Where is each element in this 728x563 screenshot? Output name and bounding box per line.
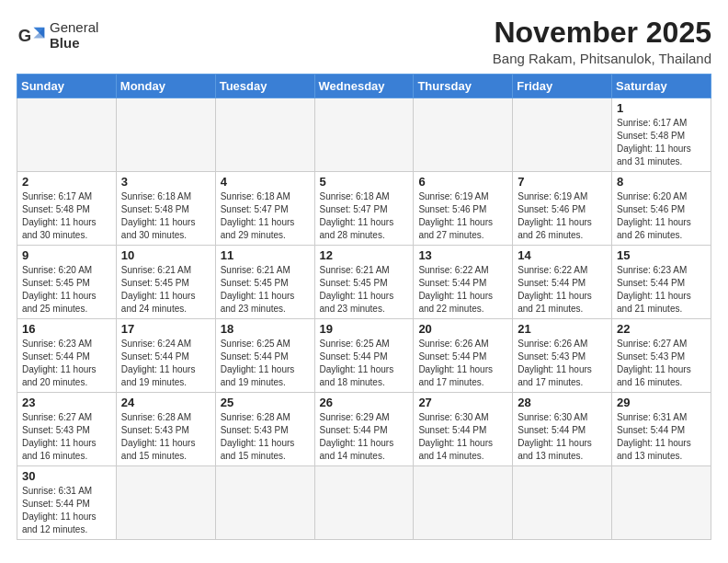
calendar-day-cell: 3Sunrise: 6:18 AM Sunset: 5:48 PM Daylig… [116, 172, 215, 246]
logo-text: GeneralBlue [50, 20, 98, 51]
calendar-day-cell: 27Sunrise: 6:30 AM Sunset: 5:44 PM Dayli… [414, 393, 513, 466]
calendar-day-cell: 30Sunrise: 6:31 AM Sunset: 5:44 PM Dayli… [17, 466, 117, 540]
day-info: Sunrise: 6:23 AM Sunset: 5:44 PM Dayligh… [22, 338, 111, 389]
header: G GeneralBlue November 2025 Bang Rakam, … [17, 17, 711, 66]
header-friday: Friday [513, 75, 612, 98]
calendar-day-cell [116, 466, 215, 540]
header-monday: Monday [116, 75, 215, 98]
day-info: Sunrise: 6:27 AM Sunset: 5:43 PM Dayligh… [617, 338, 706, 389]
calendar-day-cell: 21Sunrise: 6:26 AM Sunset: 5:43 PM Dayli… [513, 319, 612, 393]
calendar-day-cell: 18Sunrise: 6:25 AM Sunset: 5:44 PM Dayli… [215, 319, 314, 393]
day-info: Sunrise: 6:26 AM Sunset: 5:44 PM Dayligh… [418, 338, 507, 389]
calendar-day-cell: 5Sunrise: 6:18 AM Sunset: 5:47 PM Daylig… [314, 172, 414, 246]
day-number: 4 [221, 175, 310, 189]
calendar-day-cell [612, 466, 711, 540]
svg-text:G: G [18, 25, 31, 44]
day-info: Sunrise: 6:21 AM Sunset: 5:45 PM Dayligh… [320, 264, 409, 316]
logo-icon: G [17, 21, 46, 51]
calendar-week-row: 1Sunrise: 6:17 AM Sunset: 5:48 PM Daylig… [17, 98, 711, 172]
day-info: Sunrise: 6:22 AM Sunset: 5:44 PM Dayligh… [418, 264, 507, 316]
day-number: 19 [320, 322, 409, 336]
calendar-day-cell [314, 466, 414, 540]
calendar-day-cell [513, 466, 612, 540]
calendar-day-cell: 10Sunrise: 6:21 AM Sunset: 5:45 PM Dayli… [116, 246, 215, 319]
day-info: Sunrise: 6:18 AM Sunset: 5:47 PM Dayligh… [221, 190, 310, 242]
calendar-header-row: SundayMondayTuesdayWednesdayThursdayFrid… [17, 75, 711, 98]
calendar-day-cell: 29Sunrise: 6:31 AM Sunset: 5:44 PM Dayli… [612, 393, 711, 466]
calendar-day-cell: 1Sunrise: 6:17 AM Sunset: 5:48 PM Daylig… [612, 98, 711, 172]
calendar-day-cell: 15Sunrise: 6:23 AM Sunset: 5:44 PM Dayli… [612, 246, 711, 319]
calendar-day-cell: 14Sunrise: 6:22 AM Sunset: 5:44 PM Dayli… [513, 246, 612, 319]
calendar-day-cell [215, 466, 314, 540]
calendar-day-cell [414, 466, 513, 540]
day-info: Sunrise: 6:18 AM Sunset: 5:48 PM Dayligh… [121, 190, 210, 242]
day-info: Sunrise: 6:21 AM Sunset: 5:45 PM Dayligh… [221, 264, 310, 316]
day-info: Sunrise: 6:17 AM Sunset: 5:48 PM Dayligh… [617, 117, 706, 168]
calendar-day-cell: 8Sunrise: 6:20 AM Sunset: 5:46 PM Daylig… [612, 172, 711, 246]
calendar-day-cell: 11Sunrise: 6:21 AM Sunset: 5:45 PM Dayli… [215, 246, 314, 319]
calendar-day-cell: 16Sunrise: 6:23 AM Sunset: 5:44 PM Dayli… [17, 319, 117, 393]
day-number: 26 [320, 396, 409, 409]
header-tuesday: Tuesday [215, 75, 314, 98]
day-number: 7 [518, 175, 607, 189]
day-number: 24 [121, 396, 210, 409]
day-number: 6 [418, 175, 507, 189]
calendar-week-row: 2Sunrise: 6:17 AM Sunset: 5:48 PM Daylig… [17, 172, 711, 246]
day-number: 9 [22, 248, 111, 262]
day-info: Sunrise: 6:22 AM Sunset: 5:44 PM Dayligh… [518, 264, 607, 316]
calendar-day-cell: 26Sunrise: 6:29 AM Sunset: 5:44 PM Dayli… [314, 393, 414, 466]
calendar-day-cell: 24Sunrise: 6:28 AM Sunset: 5:43 PM Dayli… [116, 393, 215, 466]
day-number: 12 [320, 248, 409, 262]
header-sunday: Sunday [17, 75, 117, 98]
day-info: Sunrise: 6:21 AM Sunset: 5:45 PM Dayligh… [121, 264, 210, 316]
calendar-day-cell: 7Sunrise: 6:19 AM Sunset: 5:46 PM Daylig… [513, 172, 612, 246]
day-number: 2 [22, 175, 111, 189]
header-thursday: Thursday [414, 75, 513, 98]
day-info: Sunrise: 6:25 AM Sunset: 5:44 PM Dayligh… [221, 338, 310, 389]
calendar-week-row: 9Sunrise: 6:20 AM Sunset: 5:45 PM Daylig… [17, 246, 711, 319]
calendar: SundayMondayTuesdayWednesdayThursdayFrid… [17, 74, 711, 540]
calendar-day-cell: 22Sunrise: 6:27 AM Sunset: 5:43 PM Dayli… [612, 319, 711, 393]
day-info: Sunrise: 6:24 AM Sunset: 5:44 PM Dayligh… [121, 338, 210, 389]
month-title: November 2025 [493, 17, 711, 49]
day-info: Sunrise: 6:26 AM Sunset: 5:43 PM Dayligh… [518, 338, 607, 389]
day-number: 14 [518, 248, 607, 262]
calendar-day-cell: 9Sunrise: 6:20 AM Sunset: 5:45 PM Daylig… [17, 246, 117, 319]
calendar-day-cell [215, 98, 314, 172]
calendar-day-cell: 23Sunrise: 6:27 AM Sunset: 5:43 PM Dayli… [17, 393, 117, 466]
day-number: 25 [221, 396, 310, 409]
day-number: 11 [221, 248, 310, 262]
day-info: Sunrise: 6:20 AM Sunset: 5:46 PM Dayligh… [617, 190, 706, 242]
day-number: 23 [22, 396, 111, 409]
calendar-week-row: 23Sunrise: 6:27 AM Sunset: 5:43 PM Dayli… [17, 393, 711, 466]
day-number: 29 [617, 396, 706, 409]
day-number: 13 [418, 248, 507, 262]
calendar-day-cell [513, 98, 612, 172]
day-number: 17 [121, 322, 210, 336]
logo: G GeneralBlue [17, 20, 98, 51]
day-number: 30 [22, 469, 111, 483]
calendar-day-cell [116, 98, 215, 172]
day-number: 1 [617, 101, 706, 115]
header-saturday: Saturday [612, 75, 711, 98]
day-info: Sunrise: 6:17 AM Sunset: 5:48 PM Dayligh… [22, 190, 111, 242]
title-area: November 2025 Bang Rakam, Phitsanulok, T… [493, 17, 711, 66]
day-info: Sunrise: 6:31 AM Sunset: 5:44 PM Dayligh… [22, 485, 111, 536]
day-info: Sunrise: 6:25 AM Sunset: 5:44 PM Dayligh… [320, 338, 409, 389]
day-info: Sunrise: 6:28 AM Sunset: 5:43 PM Dayligh… [221, 411, 310, 463]
calendar-day-cell: 13Sunrise: 6:22 AM Sunset: 5:44 PM Dayli… [414, 246, 513, 319]
calendar-day-cell: 20Sunrise: 6:26 AM Sunset: 5:44 PM Dayli… [414, 319, 513, 393]
day-info: Sunrise: 6:28 AM Sunset: 5:43 PM Dayligh… [121, 411, 210, 463]
calendar-day-cell: 19Sunrise: 6:25 AM Sunset: 5:44 PM Dayli… [314, 319, 414, 393]
calendar-day-cell: 25Sunrise: 6:28 AM Sunset: 5:43 PM Dayli… [215, 393, 314, 466]
day-number: 16 [22, 322, 111, 336]
day-number: 15 [617, 248, 706, 262]
day-number: 10 [121, 248, 210, 262]
header-wednesday: Wednesday [314, 75, 414, 98]
day-info: Sunrise: 6:27 AM Sunset: 5:43 PM Dayligh… [22, 411, 111, 463]
calendar-day-cell: 4Sunrise: 6:18 AM Sunset: 5:47 PM Daylig… [215, 172, 314, 246]
day-number: 22 [617, 322, 706, 336]
calendar-day-cell: 2Sunrise: 6:17 AM Sunset: 5:48 PM Daylig… [17, 172, 117, 246]
calendar-day-cell: 17Sunrise: 6:24 AM Sunset: 5:44 PM Dayli… [116, 319, 215, 393]
calendar-week-row: 30Sunrise: 6:31 AM Sunset: 5:44 PM Dayli… [17, 466, 711, 540]
